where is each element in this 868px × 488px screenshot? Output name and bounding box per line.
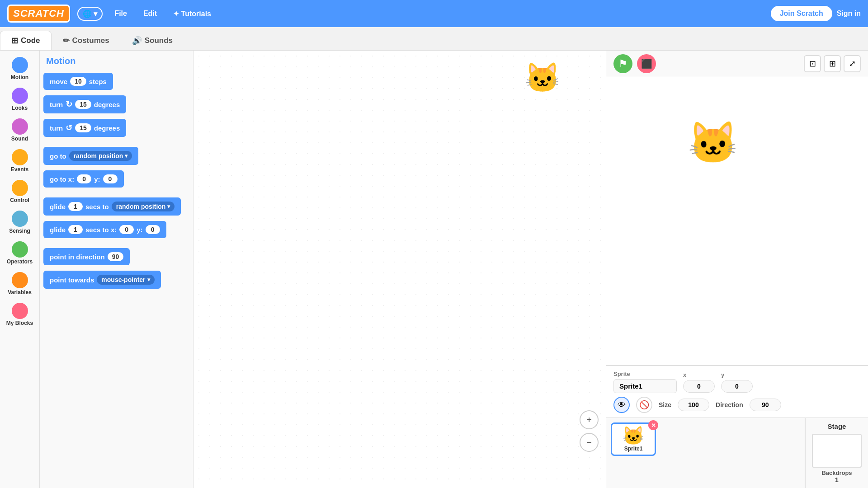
sprite-x-input[interactable] xyxy=(683,380,715,393)
script-area[interactable]: 🐱 + − xyxy=(193,51,606,488)
block-turn-ccw[interactable]: turn ↺ 15 degrees xyxy=(43,119,126,137)
playback-controls: ⚑ ⬛ xyxy=(613,54,656,73)
categories-sidebar: Motion Looks Sound Events Control Sensin… xyxy=(0,51,40,488)
globe-button[interactable]: 🌐 ▾ xyxy=(77,7,103,21)
sprite-y-input[interactable] xyxy=(721,380,753,393)
block-move[interactable]: move 10 steps xyxy=(43,73,113,90)
green-flag-button[interactable]: ⚑ xyxy=(613,54,632,73)
sidebar-item-events[interactable]: Events xyxy=(2,146,38,175)
sprite-name-label: Sprite xyxy=(613,371,677,377)
sprite-thumb-name: Sprite1 xyxy=(624,446,643,452)
direction-input[interactable] xyxy=(750,399,781,411)
tab-sounds[interactable]: 🔊 Sounds xyxy=(121,31,184,50)
stage-section: Stage Backdrops 1 xyxy=(805,418,868,488)
zoom-out-button[interactable]: − xyxy=(580,433,599,452)
block-glide-random[interactable]: glide 1 secs to random position xyxy=(43,197,181,216)
operators-dot xyxy=(12,241,28,258)
glide-dropdown[interactable]: random position xyxy=(112,202,175,211)
sprite-thumb-image: 🐱 xyxy=(622,427,645,445)
sounds-icon: 🔊 xyxy=(132,36,142,46)
blocks-panel-title: Motion xyxy=(43,56,189,66)
sign-in-button[interactable]: Sign in xyxy=(837,9,861,18)
direction-label: Direction xyxy=(716,401,743,408)
backdrops-label: Backdrops xyxy=(821,469,852,476)
variables-label: Variables xyxy=(8,289,32,296)
sensing-label: Sensing xyxy=(9,228,30,234)
block-turn-cw[interactable]: turn ↻ 15 degrees xyxy=(43,95,126,113)
looks-dot xyxy=(12,88,28,104)
motion-dot xyxy=(12,57,28,73)
sprite-x-label: x xyxy=(683,371,715,378)
sensing-dot xyxy=(12,211,28,227)
logo[interactable]: SCRATCH xyxy=(7,5,70,23)
script-zoom-controls: + − xyxy=(580,410,599,452)
sound-dot xyxy=(12,118,28,135)
myblocks-label: My Blocks xyxy=(6,320,33,326)
sprite-hide-button[interactable]: 🚫 xyxy=(636,397,652,413)
stage-toolbar: ⚑ ⬛ ⊡ ⊞ ⤢ xyxy=(606,51,868,77)
code-icon: ⊞ xyxy=(11,36,18,46)
size-label: Size xyxy=(659,401,671,408)
looks-label: Looks xyxy=(12,105,28,111)
sidebar-item-motion[interactable]: Motion xyxy=(2,54,38,83)
sprite-y-label: y xyxy=(721,371,753,378)
tab-bar: ⊞ Code ✏ Costumes 🔊 Sounds xyxy=(0,27,868,51)
goto-dropdown[interactable]: random position xyxy=(69,151,132,161)
sprite-info-row2: 👁 🚫 Size Direction xyxy=(613,397,861,413)
sidebar-item-operators[interactable]: Operators xyxy=(2,239,38,267)
sprite-show-button[interactable]: 👁 xyxy=(613,397,630,413)
right-panel: ⚑ ⬛ ⊡ ⊞ ⤢ 🐱 Sprite xyxy=(606,51,868,488)
block-goto-xy[interactable]: go to x: 0 y: 0 xyxy=(43,170,124,188)
turn-cw-icon: ↻ xyxy=(66,99,72,109)
myblocks-dot xyxy=(12,303,28,319)
backdrops-count: 1 xyxy=(835,476,839,483)
sprite-info-panel: Sprite x y 👁 🚫 Size Direction xyxy=(606,365,868,418)
edit-menu-button[interactable]: Edit xyxy=(139,7,161,20)
motion-label: Motion xyxy=(11,74,28,80)
operators-label: Operators xyxy=(7,258,33,265)
file-menu-button[interactable]: File xyxy=(110,7,132,20)
sidebar-item-sensing[interactable]: Sensing xyxy=(2,208,38,237)
sprite-close-button[interactable]: ✕ xyxy=(648,420,658,430)
join-scratch-button[interactable]: Join Scratch xyxy=(771,6,832,21)
sprite-info-row1: Sprite x y xyxy=(613,371,861,393)
control-label: Control xyxy=(10,197,29,203)
sidebar-item-sound[interactable]: Sound xyxy=(2,116,38,145)
block-point-direction[interactable]: point in direction 90 xyxy=(43,248,130,265)
sprite-list: ✕ 🐱 Sprite1 xyxy=(606,418,805,488)
sidebar-item-control[interactable]: Control xyxy=(2,177,38,206)
red-stop-button[interactable]: ⬛ xyxy=(637,54,656,73)
stage-title: Stage xyxy=(828,422,846,430)
tab-code[interactable]: ⊞ Code xyxy=(0,31,52,50)
block-goto-random[interactable]: go to random position xyxy=(43,147,138,165)
events-dot xyxy=(12,149,28,165)
sidebar-item-variables[interactable]: Variables xyxy=(2,269,38,298)
layout-buttons: ⊡ ⊞ ⤢ xyxy=(804,55,861,72)
tutorials-button[interactable]: ✦ Tutorials xyxy=(169,7,216,21)
header-right: Join Scratch Sign in xyxy=(771,6,861,21)
stage-canvas: 🐱 xyxy=(606,77,868,365)
block-point-towards[interactable]: point towards mouse-pointer xyxy=(43,271,161,289)
zoom-in-button[interactable]: + xyxy=(580,410,599,429)
variables-dot xyxy=(12,272,28,288)
sidebar-item-myblocks[interactable]: My Blocks xyxy=(2,300,38,329)
turn-ccw-icon: ↺ xyxy=(66,123,72,133)
main: Motion Looks Sound Events Control Sensin… xyxy=(0,51,868,488)
sidebar-item-looks[interactable]: Looks xyxy=(2,85,38,114)
sprite-thumbnail-sprite1[interactable]: ✕ 🐱 Sprite1 xyxy=(611,422,656,456)
layout-split-button[interactable]: ⊞ xyxy=(824,55,841,72)
size-input[interactable] xyxy=(678,399,709,411)
block-glide-xy[interactable]: glide 1 secs to x: 0 y: 0 xyxy=(43,221,166,238)
tab-costumes[interactable]: ✏ Costumes xyxy=(52,31,121,50)
layout-fullscreen-button[interactable]: ⤢ xyxy=(844,55,861,72)
events-label: Events xyxy=(11,166,28,173)
layout-small-button[interactable]: ⊡ xyxy=(804,55,821,72)
script-background xyxy=(193,51,606,488)
control-dot xyxy=(12,180,28,196)
sprite-name-input[interactable] xyxy=(613,379,677,393)
header: SCRATCH 🌐 ▾ File Edit ✦ Tutorials Join S… xyxy=(0,0,868,27)
costumes-icon: ✏ xyxy=(63,36,70,46)
sprite-list-area: ✕ 🐱 Sprite1 Stage Backdrops 1 xyxy=(606,418,868,488)
stage-backdrop-thumb[interactable] xyxy=(812,434,862,468)
towards-dropdown[interactable]: mouse-pointer xyxy=(97,275,154,285)
